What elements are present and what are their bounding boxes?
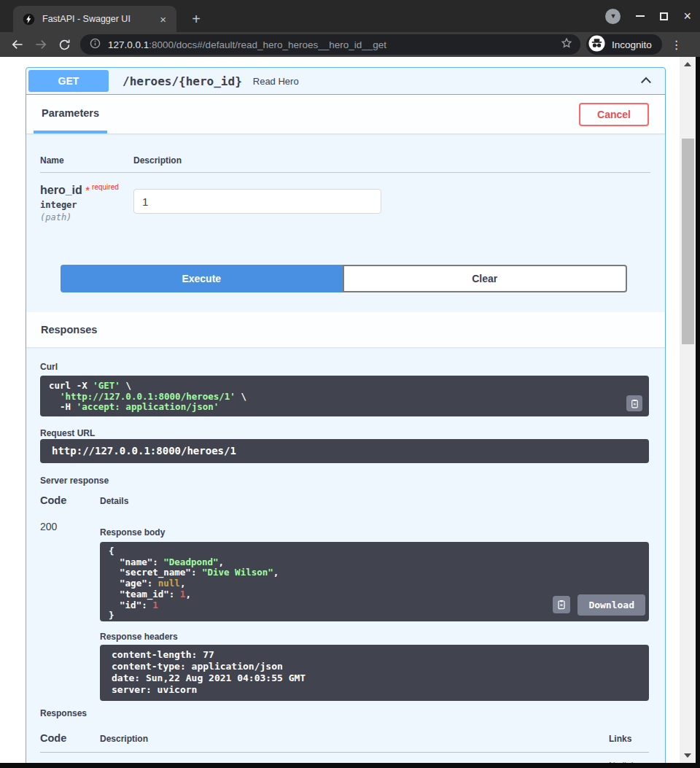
browser-tab[interactable]: FastAPI - Swagger UI × — [13, 6, 176, 32]
tab-close-icon[interactable]: × — [157, 12, 169, 26]
site-info-icon[interactable] — [89, 37, 101, 53]
download-button[interactable]: Download — [578, 594, 645, 616]
responses-section-header: Responses — [26, 312, 665, 347]
cancel-button[interactable]: Cancel — [579, 103, 649, 126]
execute-button[interactable]: Execute — [61, 265, 343, 292]
curl-label: Curl — [40, 362, 649, 372]
required-label: required — [92, 183, 119, 191]
response-headers-label: Response headers — [100, 632, 649, 642]
responses-content: Curl curl -X 'GET' \ 'http://127.0.0.1:8… — [26, 347, 665, 768]
browser-update-icon[interactable]: ▼ — [605, 9, 621, 24]
incognito-badge: Incognito — [586, 34, 662, 55]
window-maximize-button[interactable] — [660, 12, 668, 20]
window-close-button[interactable]: × — [683, 9, 691, 23]
server-response-row: 200 Response body { "name": "Deadpond", … — [40, 506, 649, 701]
column-header-code: Code — [40, 494, 100, 506]
scrollbar-thumb[interactable] — [682, 139, 694, 344]
execute-wrapper: Execute Clear — [40, 222, 650, 312]
parameter-meta: hero_id *required integer (path) — [40, 183, 133, 222]
url-bar[interactable]: 127.0.0.1:8000/docs#/default/read_hero_h… — [80, 34, 580, 55]
parameter-row: hero_id *required integer (path) — [40, 173, 650, 222]
reload-icon[interactable] — [52, 34, 76, 55]
curl-code: curl -X 'GET' \ 'http://127.0.0.1:8000/h… — [40, 376, 649, 416]
column-header-code: Code — [40, 732, 100, 744]
browser-tab-strip: FastAPI - Swagger UI × + ▼ × — [0, 0, 700, 32]
column-header-name: Name — [40, 155, 133, 166]
clear-button[interactable]: Clear — [343, 265, 628, 292]
column-header-links: Links — [609, 734, 649, 744]
url-host: 127.0.0.1 — [108, 39, 149, 50]
parameters-table: Name Description hero_id *required integ… — [26, 133, 665, 312]
collapse-chevron-up-icon[interactable] — [639, 74, 653, 88]
status-code: 200 — [40, 521, 100, 701]
browser-menu-icon[interactable]: ⋮ — [669, 38, 685, 52]
endpoint-path: /heroes/{hero_id} — [122, 74, 242, 88]
copy-response-button[interactable] — [553, 596, 570, 613]
request-url-label: Request URL — [40, 428, 649, 438]
window-minimize-button[interactable] — [636, 15, 645, 17]
window-bottom-edge — [0, 763, 700, 768]
server-response-label: Server response — [40, 476, 649, 486]
parameter-name: hero_id — [40, 184, 82, 196]
http-method-badge: GET — [28, 70, 109, 92]
tab-title: FastAPI - Swagger UI — [42, 14, 157, 24]
tab-parameters[interactable]: Parameters — [34, 95, 107, 133]
request-url-value: http://127.0.0.1:8000/heroes/1 — [40, 439, 649, 463]
url-path: :8000/docs#/default/read_hero_heroes__he… — [149, 39, 386, 50]
incognito-spy-icon — [588, 35, 605, 55]
response-body-label: Response body — [100, 527, 649, 538]
doc-responses-table-header: Code Description Links — [40, 732, 649, 753]
column-header-description: Description — [100, 734, 609, 744]
swagger-page: GET /heroes/{hero_id} Read Hero Paramete… — [0, 57, 700, 768]
required-asterisk: * — [85, 184, 90, 196]
scrollbar-up-arrow-icon[interactable] — [680, 59, 696, 69]
endpoint-summary: Read Hero — [253, 76, 299, 87]
parameters-table-header: Name Description — [40, 148, 650, 173]
response-body-code: { "name": "Deadpond", "secret_name": "Di… — [100, 542, 649, 621]
response-headers-code: content-length: 77 content-type: applica… — [100, 645, 649, 701]
window-controls: ▼ × — [605, 0, 691, 32]
opblock-get-heroes: GET /heroes/{hero_id} Read Hero Paramete… — [26, 67, 666, 768]
page-scrollbar[interactable] — [680, 57, 696, 763]
column-header-description: Description — [133, 155, 182, 166]
doc-responses-label: Responses — [40, 708, 649, 718]
url-text[interactable]: 127.0.0.1:8000/docs#/default/read_hero_h… — [108, 39, 560, 50]
scrollbar-down-arrow-icon[interactable] — [680, 750, 696, 761]
incognito-label: Incognito — [612, 39, 652, 50]
back-icon[interactable] — [6, 34, 29, 55]
new-tab-button[interactable]: + — [187, 9, 206, 28]
server-response-table-header: Code Details — [40, 494, 649, 506]
copy-to-clipboard-button[interactable] — [626, 395, 642, 411]
browser-toolbar: 127.0.0.1:8000/docs#/default/read_hero_h… — [0, 32, 700, 57]
parameters-section-header: Parameters Cancel — [26, 95, 665, 133]
fastapi-favicon-icon — [23, 13, 35, 26]
column-header-details: Details — [100, 496, 128, 506]
parameter-location: (path) — [40, 212, 133, 222]
opblock-summary[interactable]: GET /heroes/{hero_id} Read Hero — [26, 68, 665, 95]
forward-icon[interactable] — [29, 34, 52, 55]
parameter-type: integer — [40, 200, 133, 210]
bookmark-star-icon[interactable] — [560, 36, 573, 53]
hero-id-input[interactable] — [133, 189, 381, 214]
window-right-edge — [696, 57, 700, 768]
